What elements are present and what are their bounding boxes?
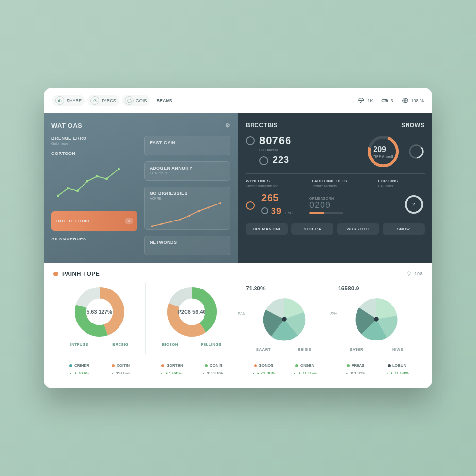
svg-point-8 (105, 178, 108, 180)
svg-point-15 (198, 210, 200, 212)
avatar-icon: ◐ (55, 96, 64, 105)
ring-icon: ◯ (125, 96, 134, 105)
btn-1[interactable]: STOFT'A (291, 223, 333, 235)
nav-stat-2[interactable]: 108 % (402, 97, 424, 104)
stat-39: 39 (271, 206, 282, 217)
ring-icon (261, 207, 268, 214)
svg-point-35 (374, 317, 379, 322)
small-ring (408, 143, 425, 160)
btn-3[interactable]: SNOW (383, 223, 425, 235)
toggle-icon (381, 97, 388, 104)
line-chart-a (51, 162, 137, 205)
svg-point-33 (282, 317, 287, 322)
bullet-icon (53, 272, 58, 276)
svg-point-9 (118, 168, 120, 170)
chart-cell-2: 71.80% S% SAARTBEINIS (238, 283, 330, 354)
donut-chart-1: P2C6 56.40 (165, 285, 219, 339)
umbrella-icon (358, 97, 365, 104)
line-chart-b (150, 200, 225, 229)
panel-brcctbis: BRCCTBISSNOWS 80766 SS Doodull 223 (238, 113, 432, 263)
block-head-1: CORTOON (51, 151, 137, 156)
chart-cell-3: 16580.9 S% SATERNIWS (330, 283, 423, 354)
nav-stat-0[interactable]: 1K (358, 97, 373, 104)
pie-chart-1 (352, 295, 401, 343)
nav-item-2[interactable]: ◯GOIS (122, 95, 150, 106)
gear-icon[interactable]: ⚙ (225, 122, 231, 129)
donut-209: 209TIFF Annull (366, 135, 400, 169)
svg-point-7 (96, 175, 98, 178)
nav-stat-1[interactable]: 3 (381, 97, 393, 104)
btn-0[interactable]: OREMANIONI (246, 223, 288, 235)
svg-point-12 (170, 221, 172, 223)
stat-big2: 223 (273, 155, 289, 165)
svg-point-10 (151, 225, 153, 227)
svg-point-13 (179, 219, 181, 221)
globe-icon (402, 97, 408, 104)
svg-point-11 (160, 223, 162, 225)
tile-2[interactable]: GO BIGRESSIESAOPRE (144, 187, 230, 230)
small-ring-2: 2 (403, 194, 425, 215)
svg-point-4 (67, 187, 69, 190)
stat-265: 265 (261, 192, 293, 204)
tile-0[interactable]: EAST GAIN (144, 136, 230, 155)
nav-item-0[interactable]: ◐SHARE (52, 95, 85, 106)
block-head-0: BRENGE ERRO (51, 136, 137, 141)
ghost-number: 0209 (309, 200, 343, 210)
bottom-info[interactable]: 108 (406, 271, 423, 277)
nav-item-3[interactable]: BEAMS (153, 97, 176, 104)
svg-point-16 (207, 207, 209, 209)
pin-icon (406, 271, 412, 277)
top-nav: ◐SHARE ◔TARCS ◯GOIS BEAMS 1K 3 108 % (44, 88, 432, 113)
chart-cell-1: P2C6 56.40 BIOSONFELLINGS (146, 283, 238, 354)
chart-cell-0: 5.63 127% INTFUGSBRCSIG (53, 283, 146, 354)
svg-point-14 (188, 215, 190, 217)
tile-1[interactable]: ADOGEN ANNUITYCGA Infous (144, 161, 230, 181)
svg-point-3 (57, 195, 59, 197)
panel-left-title: WAT OAS (51, 122, 82, 129)
ring-icon (246, 136, 255, 145)
nav-item-1[interactable]: ◔TARCS (87, 95, 119, 106)
ring-icon (259, 156, 268, 165)
panel-left-footer: AILSMOERUES (51, 237, 137, 241)
svg-point-5 (76, 190, 79, 192)
circle-icon: ◔ (90, 96, 99, 105)
panel-wat-oas: WAT OAS⚙ BRENGE ERRO Golor base CORTOON … (44, 113, 238, 263)
pie-chart-0 (260, 295, 308, 343)
bottom-title: PAINH TOPE (62, 271, 100, 277)
progress-meter (309, 212, 343, 214)
svg-point-6 (86, 180, 88, 183)
tile-active[interactable]: INTERET BUIS 9 (51, 211, 137, 231)
dashboard-card: ◐SHARE ◔TARCS ◯GOIS BEAMS 1K 3 108 % WAT… (44, 88, 432, 388)
btn-2[interactable]: WURS OOT (337, 223, 379, 235)
active-badge: 9 (125, 218, 133, 224)
bottom-section: PAINH TOPE 108 5.63 127% INTFUGSBRCSIG (44, 263, 432, 388)
tile-3[interactable]: NETWONDS (144, 236, 230, 255)
svg-point-1 (386, 100, 388, 102)
stat-big1: 80766 (259, 135, 291, 147)
donut-chart-0: 5.63 127% (73, 285, 126, 339)
ring-icon (246, 201, 255, 210)
svg-point-17 (219, 202, 221, 204)
